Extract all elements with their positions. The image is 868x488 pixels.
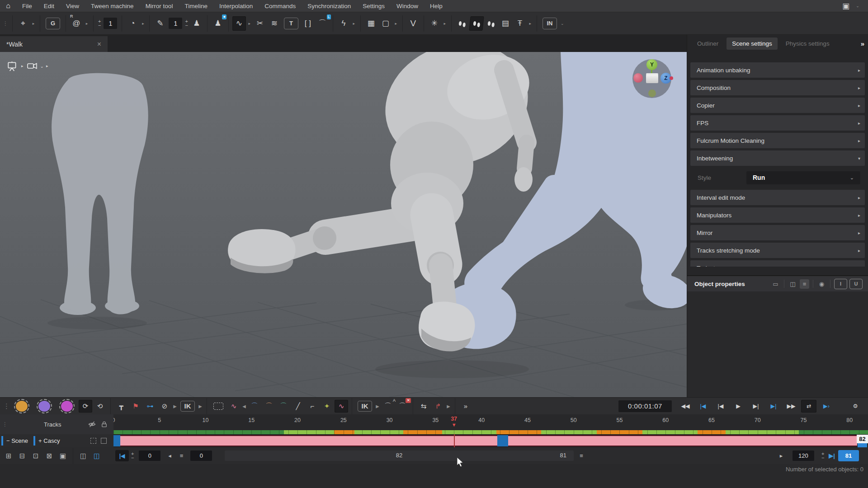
workspace-layout-expand[interactable]: ⌄ xyxy=(855,0,860,13)
frame-ruler[interactable]: 05101520253035404550556065707580 37 ▼ xyxy=(113,414,868,434)
flag-button[interactable]: ⚑ xyxy=(129,400,142,413)
track-copy-button[interactable]: ⊡ xyxy=(29,449,42,463)
menu-settings[interactable]: Settings xyxy=(357,0,391,12)
linear-arc-button[interactable]: ⌒ xyxy=(262,400,276,413)
stepped-button[interactable]: ⌐ xyxy=(306,400,319,413)
scene-track-label[interactable]: − Scene xyxy=(1,436,28,446)
panel-eye-icon[interactable]: ◉ xyxy=(817,279,826,289)
fixed-key-button[interactable]: ✦ xyxy=(320,400,334,413)
menu-timeline[interactable]: Timeline xyxy=(179,0,213,12)
more-tools-button[interactable]: » xyxy=(459,400,472,413)
lock-icon[interactable] xyxy=(101,421,108,428)
gizmo-axis-x-neg[interactable] xyxy=(670,76,673,80)
timeline-scrollbar[interactable]: 82 81 xyxy=(225,450,574,461)
section-mirror[interactable]: Mirror▸ xyxy=(690,225,865,240)
section-animation-unbaking[interactable]: Animation unbaking▸ xyxy=(690,62,865,78)
brush-tool-button[interactable]: ✎ xyxy=(153,16,167,31)
rotation-reset-button[interactable]: ⟲ xyxy=(93,400,107,413)
play-button[interactable]: ▶ xyxy=(731,400,746,413)
section-fps[interactable]: FPS▸ xyxy=(690,115,865,131)
track-shift-button[interactable]: ↱ xyxy=(431,400,445,413)
pose-tool-expand[interactable]: ▸ xyxy=(31,16,36,31)
brush-size-field[interactable]: 1 xyxy=(169,18,182,29)
section-copier[interactable]: Copier▸ xyxy=(690,98,865,113)
ball-pin-button[interactable]: ◔ xyxy=(126,16,139,31)
wave-edit-button[interactable]: ≋ xyxy=(268,16,281,31)
tab-walk[interactable]: *Walk × xyxy=(0,36,108,52)
view-gizmo[interactable]: Y Z xyxy=(632,59,671,98)
film-range-button[interactable]: ⇆ xyxy=(417,400,430,413)
ik-mode-expand[interactable]: ▸ xyxy=(198,400,203,413)
prev-interval-button[interactable]: ◂ xyxy=(164,450,175,461)
menu-tween-machine[interactable]: Tween machine xyxy=(85,0,140,12)
track-view-a-button[interactable]: ◫ xyxy=(77,449,90,463)
in-extra-icon[interactable]: ⌄ xyxy=(560,16,565,31)
loop-button[interactable]: ⇄ xyxy=(801,400,816,413)
clamped-arc-button[interactable]: ⌒ xyxy=(277,400,290,413)
camera-chevron-icon[interactable]: ⌄ xyxy=(40,64,44,69)
stretch-tool-expand[interactable]: ▸ xyxy=(528,16,533,31)
gizmo-orange-button[interactable] xyxy=(14,399,29,413)
track-end-marker[interactable] xyxy=(858,443,867,447)
home-icon[interactable]: ⌂ xyxy=(0,2,16,10)
auto-posing-expand[interactable]: ▸ xyxy=(84,16,90,31)
character-button[interactable]: ♟ xyxy=(190,16,203,31)
tween-machine-button[interactable]: ∿ xyxy=(232,16,246,31)
footsteps-b-button[interactable] xyxy=(469,16,484,31)
ghost-mode-button[interactable]: G xyxy=(46,18,60,29)
viewport[interactable]: ▸ ⌄ ▸ Y Z xyxy=(0,52,687,397)
jump-start-button[interactable]: |◀ xyxy=(695,400,711,413)
pin-button[interactable]: ┳ xyxy=(114,400,128,413)
current-end-frame-button[interactable]: 81 xyxy=(838,450,859,461)
ball-pin-expand[interactable]: ▸ xyxy=(140,16,146,31)
gizmo-axis-y-neg[interactable] xyxy=(648,89,656,97)
gizmo-axis-x[interactable] xyxy=(633,73,643,83)
presentation-view-button[interactable] xyxy=(5,60,19,72)
gizmo-axis-y[interactable]: Y xyxy=(646,59,657,70)
rotation-cycle-button[interactable]: ⟳ xyxy=(79,400,92,413)
ik-expand[interactable]: ▸ xyxy=(375,400,380,413)
panel-i-icon[interactable]: I xyxy=(834,279,847,289)
style-dropdown[interactable]: Run ⌄ xyxy=(746,171,860,184)
run-preview-button[interactable]: ϟ xyxy=(337,16,350,31)
ghost-frames-button[interactable]: ▤ xyxy=(499,16,512,31)
panel-list-icon[interactable]: ≡ xyxy=(800,279,809,289)
interval-start-field[interactable]: 0 xyxy=(139,450,160,461)
camera-view-button[interactable] xyxy=(26,60,39,72)
track-insert-button[interactable]: ⊟ xyxy=(16,449,28,463)
visor-button[interactable]: V xyxy=(406,16,420,31)
tab-close-icon[interactable]: × xyxy=(97,40,101,48)
line-segment-button[interactable]: ╱ xyxy=(291,400,305,413)
interp-collapse[interactable]: ◂ xyxy=(241,400,247,413)
text-tool-button[interactable]: T xyxy=(284,18,298,29)
timeline-settings-button[interactable]: ⚙ xyxy=(848,400,863,413)
brackets-tool-button[interactable]: [ ] xyxy=(301,16,315,31)
range-menu-button[interactable]: ≡ xyxy=(576,450,587,461)
tab-outliner[interactable]: Outliner xyxy=(692,38,724,50)
range-start-field[interactable]: 0 xyxy=(190,450,212,461)
goto-start-button[interactable]: |◀ xyxy=(115,450,129,461)
interval-size-field[interactable]: 1 xyxy=(104,18,117,29)
fast-forward-button[interactable]: ▶▶ xyxy=(783,400,799,413)
play-cursor-expand[interactable]: ▸ xyxy=(446,400,451,413)
interval-size-stepper[interactable]: +− xyxy=(98,19,101,28)
section-inbetweening[interactable]: Inbetweening▾ xyxy=(690,150,865,166)
key-button[interactable]: ⊶ xyxy=(143,400,157,413)
mute-expand[interactable]: ▸ xyxy=(172,400,178,413)
select-interval-button[interactable] xyxy=(213,403,223,410)
menu-help[interactable]: Help xyxy=(424,0,448,12)
tab-physics-settings[interactable]: Physics settings xyxy=(780,38,835,50)
play-to-end-icon[interactable]: ▶| xyxy=(829,452,835,459)
tween-machine-expand[interactable]: ▸ xyxy=(247,16,252,31)
menu-view[interactable]: View xyxy=(60,0,85,12)
tab-scene-settings[interactable]: Scene settings xyxy=(726,38,778,50)
timecode-display[interactable]: 0:00:01:07 xyxy=(618,400,672,412)
total-frames-stepper[interactable]: + − xyxy=(821,452,824,460)
total-frames-field[interactable]: 120 xyxy=(793,450,814,461)
playhead-marker-icon[interactable]: ▼ xyxy=(452,422,457,427)
panel-window-icon[interactable]: ▭ xyxy=(771,279,780,289)
character-physics-button[interactable]: ♟● xyxy=(211,16,225,31)
workspace-layout-button[interactable]: ▣ xyxy=(839,0,853,13)
stretch-tool-button[interactable]: Ŧ xyxy=(513,16,527,31)
menu-mirror-tool[interactable]: Mirror tool xyxy=(140,0,179,12)
